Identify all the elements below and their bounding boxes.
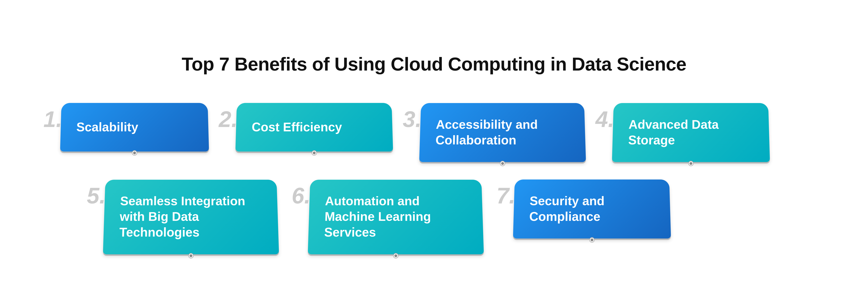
card-wrapper-6: 6. Automation and Machine Learning Servi… (292, 179, 483, 254)
card-security: Security and Compliance (513, 179, 671, 239)
card-advanced: Advanced Data Storage (612, 103, 770, 162)
card-wrapper-7: 7. Security and Compliance (496, 179, 670, 238)
card-label-1: Scalability (76, 119, 138, 135)
card-wrapper-1: 1. Scalability (43, 103, 208, 151)
number-2: 2. (219, 108, 241, 131)
card-label-7: Security and Compliance (529, 193, 655, 224)
number-3: 3. (403, 108, 425, 131)
number-5: 5. (87, 184, 110, 207)
row-1: 1. Scalability 2. Cost Efficiency 3. Acc… (43, 103, 825, 162)
card-label-4: Advanced Data Storage (628, 117, 754, 148)
card-label-6: Automation and Machine Learning Services (324, 193, 467, 240)
card-wrapper-4: 4. Advanced Data Storage (595, 103, 769, 162)
card-label-5: Seamless Integration with Big Data Techn… (119, 193, 262, 240)
card-scalability: Scalability (60, 103, 209, 151)
card-label-3: Accessibility and Collaboration (435, 117, 570, 148)
card-accessibility: Accessibility and Collaboration (419, 103, 586, 162)
page-title: Top 7 Benefits of Using Cloud Computing … (43, 53, 825, 75)
card-seamless: Seamless Integration with Big Data Techn… (103, 180, 279, 254)
card-wrapper-2: 2. Cost Efficiency (219, 103, 392, 151)
number-1: 1. (43, 108, 66, 131)
card-wrapper-3: 3. Accessibility and Collaboration (403, 103, 585, 162)
row-2: 5. Seamless Integration with Big Data Te… (43, 179, 825, 254)
page-container: Top 7 Benefits of Using Cloud Computing … (18, 36, 850, 271)
number-7: 7. (496, 184, 519, 207)
card-cost: Cost Efficiency (236, 103, 393, 151)
card-automation: Automation and Machine Learning Services (308, 180, 484, 254)
number-4: 4. (595, 108, 618, 131)
number-6: 6. (292, 184, 314, 207)
card-wrapper-5: 5. Seamless Integration with Big Data Te… (87, 179, 278, 254)
card-label-2: Cost Efficiency (252, 119, 342, 135)
